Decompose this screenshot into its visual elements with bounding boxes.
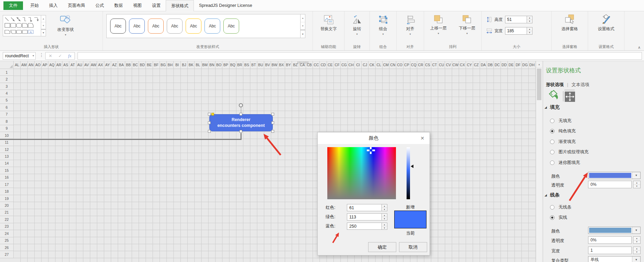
column-header-AW[interactable]: AW xyxy=(90,61,97,69)
shape-style-3[interactable]: Abc xyxy=(148,19,164,34)
resize-handle-ne[interactable] xyxy=(271,113,274,116)
tab-view[interactable]: 视图 xyxy=(128,0,147,11)
column-header-AV[interactable]: AV xyxy=(83,61,90,69)
radio-icon[interactable] xyxy=(550,129,554,133)
chevron-down-icon[interactable]: ▼ xyxy=(632,227,640,234)
tab-shape-format[interactable]: 形状格式 xyxy=(166,0,194,11)
column-header-CC[interactable]: CC xyxy=(313,61,320,69)
rotation-handle[interactable] xyxy=(239,103,243,107)
cancel-button[interactable]: 取消 xyxy=(399,242,427,252)
row-header-27[interactable]: 27 xyxy=(0,251,14,258)
spin-down-icon[interactable]: ▼ xyxy=(382,226,387,229)
radio-icon[interactable] xyxy=(550,215,554,220)
fill-option[interactable]: 迷你图填充 xyxy=(550,157,636,168)
shape-style-7[interactable]: Abc xyxy=(223,19,239,34)
fill-option[interactable]: 图片或纹理填充 xyxy=(550,147,636,158)
row-header-24[interactable]: 24 xyxy=(0,230,14,237)
collapse-ribbon-icon[interactable]: ∧ xyxy=(638,45,641,50)
column-header-BG[interactable]: BG xyxy=(160,61,167,69)
tab-formulas[interactable]: 公式 xyxy=(90,0,109,11)
column-header-DB[interactable]: DB xyxy=(487,61,494,69)
fill-option[interactable]: 纯色填充 xyxy=(550,126,636,137)
line-width-spinner[interactable]: 1 ▲▼ xyxy=(588,247,641,254)
resize-handle-w[interactable] xyxy=(208,121,211,124)
tab-spreadjs-license[interactable]: SpreadJS Designer License xyxy=(194,0,257,11)
line-transparency-spinner[interactable]: 0% ▲▼ xyxy=(588,236,641,244)
resize-handle-sw[interactable] xyxy=(208,130,211,133)
row-header-19[interactable]: 19 xyxy=(0,195,14,202)
fx-icon[interactable]: fx xyxy=(68,53,71,59)
column-header-DD[interactable]: DD xyxy=(501,61,508,69)
row-header-17[interactable]: 17 xyxy=(0,181,14,188)
chevron-down-icon[interactable]: ▼ xyxy=(632,257,640,262)
shape-gallery[interactable]: A xyxy=(3,15,41,36)
column-header-AM[interactable]: AM xyxy=(21,61,27,69)
column-header-CK[interactable]: CK xyxy=(368,61,375,69)
green-input[interactable]: 113▲▼ xyxy=(347,213,387,221)
column-header-BY[interactable]: BY xyxy=(285,61,292,69)
column-header-CD[interactable]: CD xyxy=(320,61,327,69)
column-header-DG[interactable]: DG xyxy=(522,61,529,69)
column-header-AR[interactable]: AR xyxy=(56,61,62,69)
column-header-BF[interactable]: BF xyxy=(153,61,160,69)
red-spinner[interactable]: ▲▼ xyxy=(382,204,387,211)
resize-handle-nw[interactable] xyxy=(208,113,211,116)
column-header-CH[interactable]: CH xyxy=(348,61,355,69)
resize-handle-e[interactable] xyxy=(271,121,274,124)
confirm-entry-icon[interactable]: ✓ xyxy=(58,53,62,58)
row-header-14[interactable]: 14 xyxy=(0,160,14,167)
column-header-BN[interactable]: BN xyxy=(209,61,215,69)
shape-style-1[interactable]: Abc xyxy=(110,19,126,34)
row-header-3[interactable]: 3 xyxy=(0,83,14,90)
column-header-AS[interactable]: AS xyxy=(62,61,69,69)
shape-style-4[interactable]: Abc xyxy=(167,19,183,34)
row-header-10[interactable]: 10 xyxy=(0,132,14,139)
column-header-AL[interactable]: AL xyxy=(14,61,21,69)
column-header-BS[interactable]: BS xyxy=(243,61,250,69)
width-spinner[interactable]: 185 ▲▼ xyxy=(505,27,532,35)
tab-home[interactable]: 开始 xyxy=(25,0,44,11)
name-box[interactable]: roundedRect ▾ xyxy=(3,52,36,60)
column-header-CZ[interactable]: CZ xyxy=(473,61,480,69)
vertical-scrollbar[interactable]: ▲ xyxy=(536,61,542,262)
column-header-BI[interactable]: BI xyxy=(174,61,180,69)
rotate-button[interactable]: 旋转 ▾ xyxy=(344,11,370,36)
column-header-BQ[interactable]: BQ xyxy=(230,61,236,69)
shape-style-2[interactable]: Abc xyxy=(129,19,145,34)
column-header-CL[interactable]: CL xyxy=(376,61,383,69)
size-properties-icon[interactable] xyxy=(563,90,577,104)
column-header-BH[interactable]: BH xyxy=(167,61,174,69)
green-spinner[interactable]: ▲▼ xyxy=(382,214,387,220)
column-header-DC[interactable]: DC xyxy=(494,61,501,69)
column-header-BV[interactable]: BV xyxy=(264,61,271,69)
shape-gallery-scrollbar[interactable]: ▲▼▼ xyxy=(41,15,46,36)
resize-handle-n[interactable] xyxy=(239,113,242,116)
column-header-BT[interactable]: BT xyxy=(250,61,257,69)
spin-down-icon[interactable]: ▼ xyxy=(382,208,387,211)
line-color-dropdown[interactable]: ▼ xyxy=(588,227,641,234)
row-header-12[interactable]: 12 xyxy=(0,146,14,153)
dialog-title-bar[interactable]: 颜色 ✕ xyxy=(318,132,430,144)
column-header-CJ[interactable]: CJ xyxy=(362,61,368,69)
column-header-AX[interactable]: AX xyxy=(97,61,104,69)
row-header-5[interactable]: 5 xyxy=(0,97,14,104)
tab-shape-options[interactable]: 形状选项 xyxy=(546,82,564,87)
column-header-BM[interactable]: BM xyxy=(202,61,209,69)
radio-icon[interactable] xyxy=(550,140,554,144)
chevron-down-icon[interactable]: ▼ xyxy=(632,172,640,179)
column-header-CT[interactable]: CT xyxy=(431,61,438,69)
tab-file[interactable]: 文件 xyxy=(3,1,23,10)
ok-button[interactable]: 确定 xyxy=(368,242,396,252)
change-shape-button[interactable]: 改变形状 ▾ xyxy=(51,12,80,36)
scroll-up-icon[interactable]: ▲ xyxy=(536,61,542,68)
row-header-13[interactable]: 13 xyxy=(0,153,14,160)
line-option[interactable]: 无线条 xyxy=(550,202,636,213)
row-header-22[interactable]: 22 xyxy=(0,216,14,223)
column-header-AQ[interactable]: AQ xyxy=(48,61,55,69)
column-header-BR[interactable]: BR xyxy=(236,61,243,69)
row-header-15[interactable]: 15 xyxy=(0,167,14,174)
column-header-BU[interactable]: BU xyxy=(257,61,264,69)
column-header-AT[interactable]: AT xyxy=(69,61,76,69)
grid-cells[interactable] xyxy=(14,69,536,262)
row-header-21[interactable]: 21 xyxy=(0,209,14,216)
